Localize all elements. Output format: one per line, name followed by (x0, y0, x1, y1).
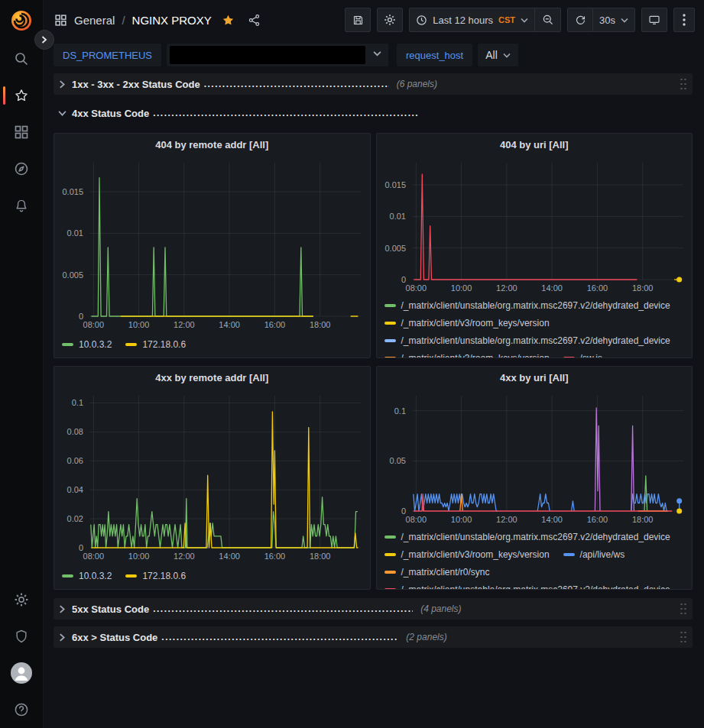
row-header-4xx[interactable]: 4xx Status Code ........................… (54, 102, 693, 124)
sidebar-item-dashboards[interactable] (0, 114, 44, 150)
legend-item[interactable]: /_matrix/client/v3/room_keys/version (384, 318, 550, 328)
refresh-interval-picker[interactable]: 30s (593, 8, 635, 32)
sidebar-item-server-admin[interactable] (0, 618, 44, 655)
sidebar-item-alerting[interactable] (0, 187, 44, 224)
sidebar-item-profile[interactable] (0, 655, 44, 691)
row-title: 4xx Status Code (72, 108, 149, 119)
panel-legend: /_matrix/client/unstable/org.matrix.msc2… (377, 526, 693, 589)
favorite-star-icon[interactable] (222, 14, 235, 27)
save-icon (352, 15, 364, 26)
breadcrumb-section[interactable]: General (74, 14, 115, 27)
row-drag-handle[interactable] (680, 629, 686, 645)
svg-text:0.005: 0.005 (384, 244, 406, 253)
timezone-label: CST (498, 15, 515, 24)
panel-legend: /_matrix/client/unstable/org.matrix.msc2… (377, 295, 693, 358)
datasource-variable-dropdown[interactable] (167, 44, 388, 66)
panel-404-by-remote-addr: 404 by remote addr [All] 08:0010:0012:00… (54, 133, 371, 358)
legend-item[interactable]: /_matrix/client/unstable/org.matrix.msc2… (384, 532, 670, 542)
share-icon[interactable] (248, 14, 261, 27)
legend-label: /_matrix/client/r0/sync (401, 567, 490, 578)
legend-row: 10.0.3.2172.18.0.6 (62, 571, 186, 581)
more-options-button[interactable] (673, 8, 695, 32)
row-header-5xx[interactable]: 5xx Status Code ........................… (54, 598, 693, 620)
panel-title[interactable]: 404 by uri [All] (377, 134, 693, 155)
kebab-menu-icon (683, 14, 686, 26)
panel-title[interactable]: 4xx by uri [All] (377, 367, 693, 388)
row-header-1xx-3xx-2xx[interactable]: 1xx - 3xx - 2xx Status Code ............… (54, 73, 693, 95)
legend-item[interactable]: 10.0.3.2 (62, 339, 112, 350)
legend-item[interactable]: /sw.js (563, 353, 602, 358)
legend-label: /sw.js (580, 353, 602, 358)
legend-item[interactable]: /_matrix/client/v3/room_keys/version (384, 549, 550, 560)
legend-item[interactable]: 172.18.0.6 (125, 339, 186, 350)
zoom-out-button[interactable] (535, 8, 561, 32)
timeseries-chart[interactable]: 08:0010:0012:0014:0016:0018:0000.050.1 (377, 388, 693, 526)
legend-row: /_matrix/client/unstable/org.matrix.msc2… (384, 528, 685, 545)
svg-text:0: 0 (79, 312, 83, 321)
refresh-button[interactable] (567, 8, 593, 32)
legend-item[interactable]: /_matrix/client/v3/room_keys/version (384, 353, 550, 358)
svg-text:0.05: 0.05 (389, 456, 405, 465)
sidebar-item-settings[interactable] (0, 581, 44, 618)
clock-icon (416, 15, 427, 26)
save-dashboard-button[interactable] (345, 8, 371, 32)
legend-row: /_matrix/client/unstable/org.matrix.msc2… (384, 296, 685, 314)
legend-swatch (384, 304, 396, 307)
panel-legend: 10.0.3.2172.18.0.6 (54, 563, 370, 589)
legend-label: /_matrix/client/v3/room_keys/version (401, 353, 550, 358)
svg-text:16:00: 16:00 (264, 320, 286, 329)
chevron-right-icon (41, 36, 47, 44)
legend-label: /_matrix/client/unstable/org.matrix.msc2… (401, 532, 670, 542)
time-range-picker[interactable]: Last 12 hours CST (409, 8, 535, 32)
toolbar: Last 12 hours CST (345, 8, 695, 32)
legend-item[interactable]: /_matrix/client/unstable/org.matrix.msc2… (384, 335, 670, 346)
dashboard-settings-button[interactable] (377, 8, 403, 32)
row-title: 5xx Status Code (72, 603, 149, 615)
legend-item[interactable]: /_matrix/client/unstable/org.matrix.msc2… (384, 300, 670, 311)
sidebar-item-favorites[interactable] (0, 77, 44, 114)
request-host-variable-dropdown[interactable]: All (478, 44, 518, 66)
datasource-variable-label[interactable]: DS_PROMETHEUS (54, 44, 161, 66)
svg-text:0.005: 0.005 (62, 270, 83, 280)
svg-text:08:00: 08:00 (83, 552, 105, 561)
legend-item[interactable]: /api/live/ws (563, 549, 625, 560)
zoom-out-icon (542, 14, 554, 26)
tv-mode-button[interactable] (641, 8, 667, 32)
sidebar-expand-button[interactable] (34, 30, 54, 50)
legend-swatch (563, 357, 575, 358)
svg-text:0.02: 0.02 (67, 514, 83, 523)
panel-grid: 404 by remote addr [All] 08:0010:0012:00… (54, 133, 693, 590)
svg-text:12:00: 12:00 (496, 283, 517, 293)
sidebar (0, 0, 44, 728)
svg-text:14:00: 14:00 (219, 552, 240, 561)
legend-item[interactable]: 172.18.0.6 (125, 571, 186, 581)
panel-title[interactable]: 404 by remote addr [All] (54, 134, 370, 155)
svg-text:10:00: 10:00 (128, 552, 150, 561)
sidebar-item-explore[interactable] (0, 150, 44, 187)
timeseries-chart[interactable]: 08:0010:0012:0014:0016:0018:0000.0050.01… (54, 155, 370, 332)
panel-title[interactable]: 4xx by remote addr [All] (54, 367, 370, 388)
grafana-logo[interactable] (9, 8, 34, 33)
refresh-icon (575, 15, 586, 26)
row-title-leader: ........................................… (204, 79, 389, 89)
timeseries-chart[interactable]: 08:0010:0012:0014:0016:0018:0000.0050.01… (377, 155, 693, 295)
compass-icon (14, 161, 29, 176)
row-title-leader: ........................................… (161, 632, 398, 642)
star-icon (14, 88, 29, 103)
sidebar-item-help[interactable] (0, 691, 44, 728)
svg-text:0: 0 (79, 543, 83, 552)
breadcrumb-title[interactable]: NGINX PROXY (132, 14, 212, 27)
svg-text:14:00: 14:00 (541, 515, 563, 524)
request-host-variable-label[interactable]: request_host (397, 44, 472, 66)
legend-swatch (384, 535, 396, 539)
gear-icon (384, 14, 396, 26)
timeseries-chart[interactable]: 08:0010:0012:0014:0016:0018:0000.020.040… (54, 388, 370, 563)
chevron-down-icon (58, 109, 67, 118)
svg-text:16:00: 16:00 (264, 552, 286, 561)
legend-item[interactable]: 10.0.3.2 (62, 571, 112, 581)
row-drag-handle[interactable] (680, 601, 686, 617)
row-drag-handle[interactable] (680, 76, 686, 92)
legend-item[interactable]: /_matrix/client/unstable/org.matrix.msc2… (384, 584, 670, 590)
row-header-6xx[interactable]: 6xx > Status Code ......................… (54, 626, 693, 648)
legend-item[interactable]: /_matrix/client/r0/sync (384, 567, 490, 578)
